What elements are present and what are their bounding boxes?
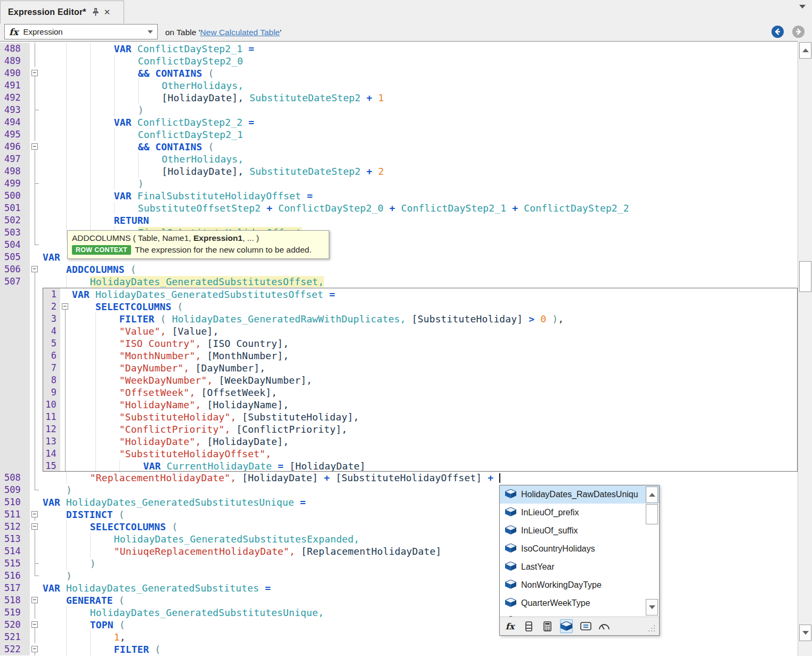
tab-expression-editor[interactable]: Expression Editor* ✕ <box>0 1 124 23</box>
list-item[interactable]: LastYear <box>500 558 659 576</box>
code-line[interactable]: 520− TOPN ( <box>0 619 798 631</box>
list-item[interactable]: QuarterWeekType <box>500 594 659 612</box>
table-filter-icon[interactable] <box>560 619 573 633</box>
code-line[interactable]: 491 OtherHolidays, <box>0 79 798 92</box>
code-line[interactable]: 513 HolidayDates_GeneratedSubstitutesExp… <box>0 533 798 545</box>
line-number: 15 <box>43 460 60 472</box>
code-line[interactable]: 521 1, <box>0 631 798 643</box>
code-line[interactable]: 515 ) <box>0 557 798 570</box>
calculator-filter-icon[interactable] <box>541 620 553 633</box>
autocomplete-scrollbar-thumb[interactable] <box>646 504 658 524</box>
code-line[interactable]: 5 "ISO Country", [ISO Country], <box>43 337 797 350</box>
code-line[interactable]: 494 VAR ConflictDayStep2_2 = <box>0 116 798 128</box>
list-item[interactable]: IsoCountryHolidays <box>500 540 659 558</box>
pin-icon[interactable] <box>92 8 100 17</box>
fold-collapse-marker[interactable]: − <box>30 508 40 521</box>
code-line[interactable]: 1VAR HolidayDates_GeneratedSubstitutesOf… <box>43 288 797 301</box>
fold-collapse-marker[interactable]: − <box>30 67 40 79</box>
table-cube-icon <box>505 489 516 500</box>
code-line[interactable]: 490− && CONTAINS ( <box>0 67 798 79</box>
fold-collapse-marker[interactable]: − <box>30 521 40 533</box>
code-line[interactable]: 511− DISTINCT ( <box>0 508 798 521</box>
code-line[interactable]: 13 "HolidayDate", [HolidayDate], <box>43 435 797 448</box>
code-line[interactable]: 498 [HolidayDate], SubstituteDateStep2 +… <box>0 165 798 177</box>
code-line[interactable]: 14 "SubstituteHolidayOffset", <box>43 448 797 460</box>
fold-collapse-marker[interactable]: − <box>30 263 40 276</box>
code-line[interactable]: 500 VAR FinalSubstituteHolidayOffset = <box>0 190 798 202</box>
code-line[interactable]: 489 ConflictDayStep2_0 <box>0 55 798 67</box>
scroll-up-button[interactable] <box>799 42 811 59</box>
code-line[interactable]: 516 ) <box>0 570 798 582</box>
table-link[interactable]: New Calculated Table <box>200 28 280 37</box>
code-line[interactable]: 6 "MonthNumber", [MonthNumber], <box>43 350 797 362</box>
editor-vertical-scrollbar[interactable] <box>798 41 812 656</box>
column-filter-icon[interactable] <box>523 620 534 633</box>
code-line[interactable]: 495 ConflictDayStep2_1 <box>0 128 798 141</box>
code-line[interactable]: 8 "WeekDayNumber", [WeekDayNumber], <box>43 374 797 386</box>
forward-button[interactable] <box>792 26 805 38</box>
autocomplete-scrollbar[interactable] <box>646 487 658 615</box>
code-line[interactable]: 508 "ReplacementHolidayDate", [HolidayDa… <box>0 472 798 484</box>
code-line[interactable]: 519 HolidayDates_GeneratedSubstitutesUni… <box>0 606 798 619</box>
code-line[interactable]: 512− SELECTCOLUMNS ( <box>0 521 798 533</box>
function-filter-icon[interactable]: fx <box>504 620 516 633</box>
fold-margin <box>30 276 40 288</box>
code-line[interactable]: 488 VAR ConflictDayStep2_1 = <box>0 43 798 55</box>
list-item[interactable]: InLieuOf_prefix <box>500 504 659 522</box>
code-editor[interactable]: 488 VAR ConflictDayStep2_1 =489 Conflict… <box>0 41 798 656</box>
list-item[interactable]: NonWorkingDayType <box>500 576 659 594</box>
fold-collapse-marker[interactable]: − <box>30 619 40 631</box>
code-line[interactable]: 518− GENERATE ( <box>0 594 798 606</box>
fold-collapse-marker[interactable]: − <box>30 594 40 606</box>
code-line[interactable]: 502 RETURN <box>0 214 798 226</box>
code-text: && CONTAINS ( <box>40 67 798 79</box>
scroll-down-button[interactable] <box>799 625 811 641</box>
code-line[interactable]: 7 "DayNumber", [DayNumber], <box>43 362 797 374</box>
code-line[interactable]: 2− SELECTCOLUMNS ( <box>43 301 797 313</box>
code-line[interactable]: 10 "HolidayName", [HolidayName], <box>43 399 797 411</box>
autocomplete-scroll-down-button[interactable] <box>646 599 658 615</box>
list-item[interactable]: HolidayDates_RawDatesUniqu <box>500 485 659 504</box>
code-line[interactable]: 507 HolidayDates_GeneratedSubstitutesOff… <box>0 276 798 288</box>
code-line[interactable]: 496− && CONTAINS ( <box>0 141 798 153</box>
code-line[interactable]: 3 FILTER ( HolidayDates_GeneratedRawWith… <box>43 313 797 325</box>
pane-menu-chevron-icon[interactable] <box>799 5 806 9</box>
resize-grip[interactable] <box>648 625 656 633</box>
code-line[interactable]: 506− ADDCOLUMNS ( <box>0 263 798 276</box>
code-line[interactable]: 514 "UniuqeReplacementHolidayDate", [Rep… <box>0 545 798 557</box>
fold-collapse-marker[interactable]: − <box>30 643 40 655</box>
code-line[interactable]: 15 VAR CurrentHolidayDate = [HolidayDate… <box>43 460 797 472</box>
expression-selector[interactable]: fx Expression <box>4 24 158 39</box>
code-line[interactable]: 517VAR HolidayDates_GeneratedSubstitutes… <box>0 582 798 594</box>
line-number: 497 <box>0 153 30 165</box>
equals-filter-icon[interactable] <box>580 620 591 633</box>
fold-collapse-marker[interactable]: − <box>30 141 40 153</box>
code-line[interactable]: 501 SubstituteOffsetStep2 + ConflictDayS… <box>0 202 798 214</box>
code-line[interactable]: 11 "SubstituteHoliday", [SubstituteHolid… <box>43 411 797 423</box>
autocomplete-scroll-up-button[interactable] <box>646 487 658 503</box>
code-line[interactable]: 509 ) <box>0 484 798 496</box>
kpi-filter-icon[interactable] <box>598 620 610 633</box>
chevron-down-icon[interactable] <box>148 30 153 34</box>
list-item[interactable]: InLieuOf_suffix <box>500 522 659 540</box>
code-line[interactable]: 499 ) <box>0 177 798 190</box>
code-line[interactable]: 4 "Value", [Value], <box>43 325 797 337</box>
code-text: OtherHolidays, <box>40 153 798 165</box>
code-text: ) <box>40 484 798 496</box>
code-line[interactable]: 12 "ConflictPriority", [ConflictPriority… <box>43 423 797 435</box>
code-line[interactable]: 497 OtherHolidays, <box>0 153 798 165</box>
code-text: RETURN <box>40 214 798 226</box>
code-text: 1, <box>40 631 798 643</box>
scrollbar-thumb[interactable] <box>799 261 811 292</box>
back-button[interactable] <box>772 26 784 38</box>
code-line[interactable]: 522− FILTER ( <box>0 643 798 655</box>
list-item-partial[interactable] <box>500 612 659 617</box>
code-line[interactable]: 492 [HolidayDate], SubstituteDateStep2 +… <box>0 92 798 104</box>
fold-margin <box>60 448 70 460</box>
fold-collapse-marker[interactable]: − <box>60 301 70 313</box>
code-line[interactable]: 510VAR HolidayDates_GeneratedSubstitutes… <box>0 496 798 508</box>
code-line[interactable]: 9 "OffsetWeek", [OffsetWeek], <box>43 386 797 399</box>
code-line[interactable]: 493 ) <box>0 104 798 116</box>
close-icon[interactable]: ✕ <box>104 7 111 17</box>
nested-code-editor[interactable]: 1VAR HolidayDates_GeneratedSubstitutesOf… <box>43 288 798 472</box>
